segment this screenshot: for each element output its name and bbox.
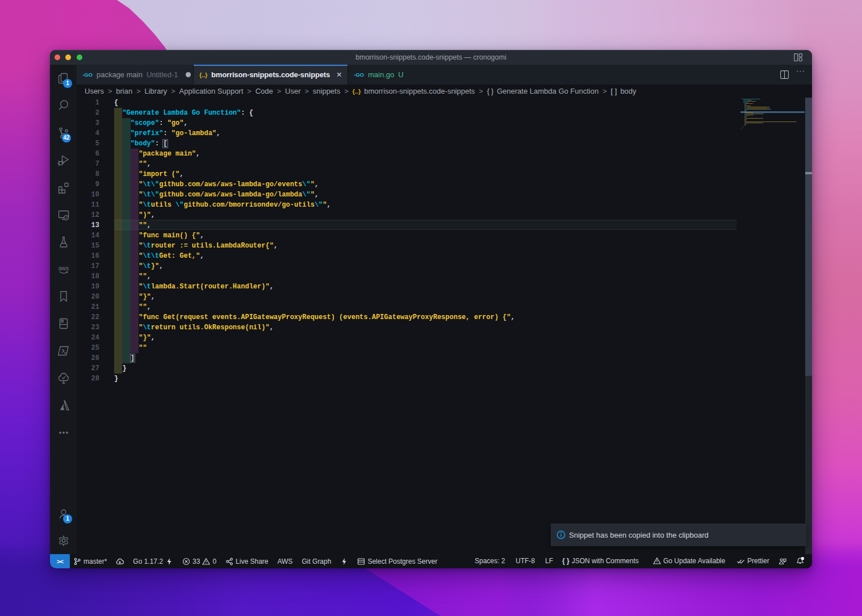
svg-text:aws: aws <box>58 264 69 271</box>
